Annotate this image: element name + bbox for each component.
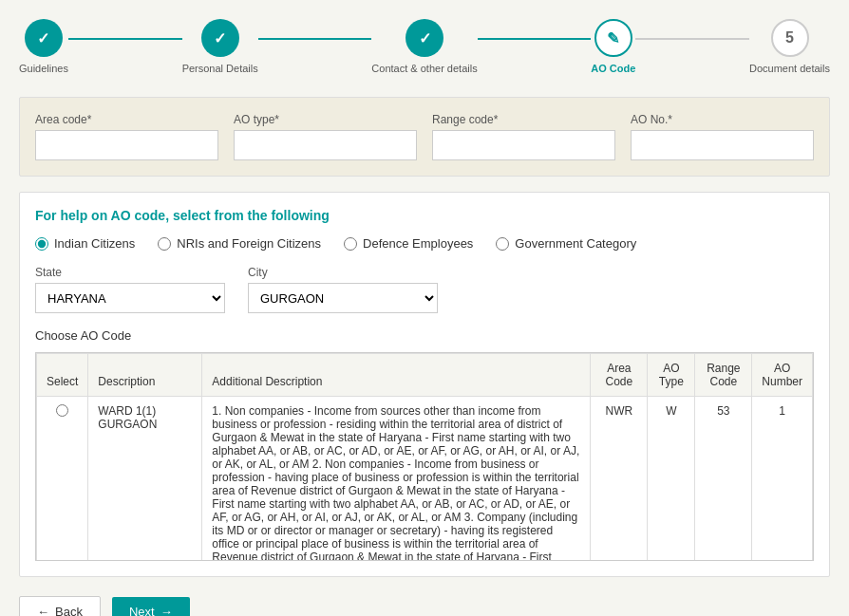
stepper: ✓ Guidelines ✓ Personal Details ✓ Contac…: [19, 19, 830, 74]
radio-govt[interactable]: Government Category: [496, 236, 636, 251]
ao-no-label: AO No.*: [631, 113, 814, 126]
radio-label-indian: Indian Citizens: [54, 236, 135, 251]
step-ao-code: ✎ AO Code: [591, 19, 635, 74]
ao-no-group: AO No.*: [631, 113, 814, 160]
table-cell-ao-type: W: [648, 397, 695, 562]
ao-type-group: AO type*: [234, 113, 417, 160]
step-label-ao-code: AO Code: [591, 63, 635, 74]
next-label: Next: [129, 605, 155, 616]
next-button[interactable]: Next →: [112, 597, 190, 616]
choose-ao-code-label: Choose AO Code: [35, 328, 814, 343]
range-code-group: Range code*: [432, 113, 615, 160]
th-area-code: AreaCode: [591, 354, 648, 397]
radio-input-nri[interactable]: [158, 237, 171, 251]
form-row-ao-fields: Area code* AO type* Range code* AO No.*: [35, 113, 814, 160]
help-section: For help on AO code, select from the fol…: [19, 192, 830, 577]
area-code-group: Area code*: [35, 113, 218, 160]
back-button[interactable]: ← Back: [19, 596, 101, 616]
connector-2: [258, 38, 372, 40]
step-contact-details: ✓ Contact & other details: [371, 19, 477, 74]
radio-defence[interactable]: Defence Employees: [344, 236, 473, 251]
step-circle-contact: ✓: [406, 19, 443, 57]
table-cell-ao-number: 1: [752, 397, 813, 562]
range-code-label: Range code*: [432, 113, 615, 126]
back-label: Back: [55, 605, 83, 616]
category-radio-group: Indian Citizens NRIs and Foreign Citizen…: [35, 236, 814, 251]
step-circle-personal: ✓: [201, 19, 239, 57]
area-code-input[interactable]: [35, 130, 218, 160]
connector-3: [478, 38, 592, 40]
th-select: Select: [37, 354, 88, 397]
step-personal-details: ✓ Personal Details: [182, 19, 258, 74]
table-cell-additional-desc: 1. Non companies - Income from sources o…: [202, 397, 591, 562]
th-range-code: RangeCode: [695, 354, 752, 397]
radio-label-nri: NRIs and Foreign Citizens: [177, 236, 321, 251]
ao-no-input[interactable]: [631, 130, 814, 160]
city-label: City: [248, 266, 438, 279]
table-header-row: Select Description Additional Descriptio…: [37, 354, 813, 397]
area-code-label: Area code*: [35, 113, 218, 126]
city-dropdown-group: City GURGAON FARIDABAD AMBALA PANIPAT: [248, 266, 438, 313]
page-wrapper: ✓ Guidelines ✓ Personal Details ✓ Contac…: [0, 0, 849, 616]
radio-label-defence: Defence Employees: [363, 236, 473, 251]
radio-input-indian[interactable]: [35, 237, 48, 251]
radio-input-defence[interactable]: [344, 237, 357, 251]
step-document-details: 5 Document details: [749, 19, 830, 74]
help-title: For help on AO code, select from the fol…: [35, 208, 814, 223]
step-label-personal: Personal Details: [182, 63, 258, 74]
connector-4: [635, 38, 749, 40]
city-select[interactable]: GURGAON FARIDABAD AMBALA PANIPAT: [248, 283, 438, 313]
table-cell-select[interactable]: [37, 397, 88, 562]
ao-code-table: Select Description Additional Descriptio…: [36, 353, 813, 561]
step-circle-docs: 5: [771, 19, 809, 57]
table-cell-description: WARD 1(1) GURGAON: [88, 397, 202, 562]
ao-type-label: AO type*: [234, 113, 417, 126]
step-label-docs: Document details: [749, 63, 830, 74]
th-description: Description: [88, 354, 202, 397]
table-cell-range-code: 53: [695, 397, 752, 562]
step-label-contact: Contact & other details: [371, 63, 477, 74]
step-circle-guidelines: ✓: [25, 19, 63, 57]
radio-label-govt: Government Category: [515, 236, 636, 251]
table-row: WARD 1(1) GURGAON 1. Non companies - Inc…: [37, 397, 813, 562]
dropdowns-row: State HARYANA DELHI PUNJAB MAHARASHTRA C…: [35, 266, 814, 313]
step-circle-ao-code: ✎: [594, 19, 632, 57]
ao-type-input[interactable]: [234, 130, 417, 160]
step-label-guidelines: Guidelines: [19, 63, 68, 74]
th-ao-type: AOType: [648, 354, 695, 397]
th-ao-number: AONumber: [752, 354, 813, 397]
state-select[interactable]: HARYANA DELHI PUNJAB MAHARASHTRA: [35, 283, 225, 313]
back-arrow-icon: ←: [37, 605, 49, 616]
connector-1: [68, 38, 182, 40]
step-guidelines: ✓ Guidelines: [19, 19, 68, 74]
th-additional-desc: Additional Description: [202, 354, 591, 397]
radio-indian-citizens[interactable]: Indian Citizens: [35, 236, 135, 251]
table-cell-area-code: NWR: [591, 397, 648, 562]
next-arrow-icon: →: [160, 605, 173, 616]
radio-input-govt[interactable]: [496, 237, 509, 251]
ao-code-form-section: Area code* AO type* Range code* AO No.*: [19, 97, 830, 177]
radio-nri[interactable]: NRIs and Foreign Citizens: [158, 236, 321, 251]
ao-code-table-wrapper[interactable]: Select Description Additional Descriptio…: [35, 352, 814, 561]
bottom-bar: ← Back Next →: [19, 596, 830, 616]
state-label: State: [35, 266, 225, 279]
state-dropdown-group: State HARYANA DELHI PUNJAB MAHARASHTRA: [35, 266, 225, 313]
range-code-input[interactable]: [432, 130, 615, 160]
ao-code-radio[interactable]: [56, 404, 68, 417]
